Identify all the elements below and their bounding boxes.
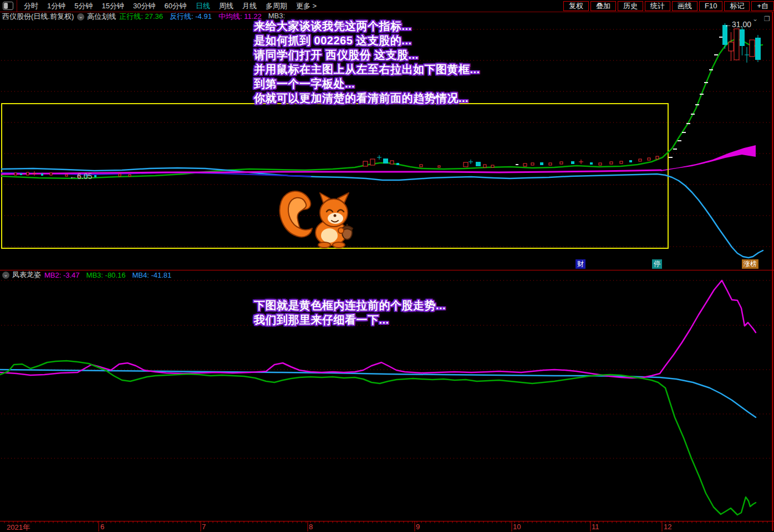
- period-tab[interactable]: 多周期: [261, 1, 292, 11]
- annotation-line: 你就可以更加清楚的看清前面的趋势情况...: [254, 91, 480, 105]
- toolbar-button[interactable]: 复权: [563, 1, 589, 11]
- status-badge[interactable]: 涨榜: [742, 259, 758, 269]
- sub-annotation-text: 下图就是黄色框内连拉前的个股走势...我们到那里来仔细看一下...: [254, 298, 446, 327]
- chevron-down-circle-icon[interactable]: ⌄: [2, 272, 9, 279]
- pane-collapse-chevron-icon[interactable]: ⌄: [752, 15, 758, 23]
- axis-month-label: 9: [416, 523, 420, 531]
- indicator-readout: MB3: -80.16: [86, 271, 126, 279]
- toolbar-button[interactable]: 统计: [645, 1, 670, 11]
- pane-window-icon[interactable]: ❐: [764, 15, 770, 23]
- time-axis[interactable]: 2021年 6789101112: [0, 521, 774, 532]
- axis-month-label: 10: [513, 523, 521, 531]
- toolbar-button[interactable]: 历史: [618, 1, 643, 11]
- sub-indicator-name[interactable]: 凤表龙姿: [12, 270, 41, 280]
- annotation-line: 下图就是黄色框内连拉前的个股走势...: [254, 298, 446, 313]
- axis-year-label: 2021年: [7, 523, 30, 532]
- toolbar-button[interactable]: 标记: [724, 1, 750, 11]
- axis-month-label: 11: [592, 523, 599, 531]
- axis-month-label: 8: [309, 523, 313, 531]
- toolbar-button[interactable]: 画线: [672, 1, 697, 11]
- toolbar-button[interactable]: +自: [751, 1, 774, 11]
- axis-month-label: 12: [664, 523, 671, 531]
- period-tab[interactable]: 日线: [191, 1, 215, 11]
- status-badge[interactable]: 财: [576, 259, 585, 269]
- annotation-line: 来给大家谈谈我凭这两个指标...: [254, 19, 480, 33]
- squirrel-image: [276, 184, 365, 252]
- period-tab[interactable]: 分时: [19, 1, 43, 11]
- annotation-line: 是如何抓到 002265 这支股的...: [254, 33, 480, 48]
- toolbar-buttons: 复权叠加历史统计画线F10标记+自: [562, 0, 774, 12]
- chevron-down-circle-icon[interactable]: ⌄: [77, 13, 84, 21]
- annotation-line: 到第一个一字板处...: [254, 76, 480, 91]
- price-label-high: ←31.00: [724, 20, 751, 29]
- period-tab[interactable]: 15分钟: [97, 1, 128, 11]
- main-pane-header: 西仪股份(日线.前复权) ⌄ 高位划线 正行线: 27.36反行线: -4.91…: [2, 13, 292, 21]
- annotation-line: 请同学们打开 西仪股份 这支股...: [254, 48, 480, 62]
- indicator-readout: MB4: -41.81: [132, 271, 171, 279]
- axis-month-label: 7: [202, 523, 206, 531]
- period-tab[interactable]: 周线: [215, 1, 238, 11]
- indicator-readout: 反行线: -4.91: [170, 12, 212, 22]
- trading-app-window: { "toolbar": { "periods": ["分时","1分钟","5…: [0, 0, 774, 532]
- period-tab[interactable]: 更多 >: [292, 1, 321, 11]
- period-tab[interactable]: 60分钟: [160, 1, 191, 11]
- axis-month-label: 6: [100, 523, 104, 531]
- status-badge[interactable]: 停: [652, 259, 662, 269]
- period-tab[interactable]: 1分钟: [43, 1, 70, 11]
- toolbar-separator: [17, 0, 17, 12]
- period-toolbar: 分时1分钟5分钟15分钟30分钟60分钟日线周线月线多周期更多 > 复权叠加历史…: [0, 0, 774, 12]
- toolbar-button[interactable]: F10: [699, 1, 722, 11]
- period-tab[interactable]: 月线: [238, 1, 261, 11]
- indicator-readout: 正行线: 27.36: [119, 12, 163, 22]
- main-annotation-text: 来给大家谈谈我凭这两个指标...是如何抓到 002265 这支股的...请同学们…: [254, 19, 480, 105]
- indicator-readout: MB2: -3.47: [44, 271, 80, 279]
- sub-pane-header: ⌄ 凤表龙姿 MB2: -3.47MB3: -80.16MB4: -41.81: [2, 271, 178, 279]
- layout-toggle-icon[interactable]: [3, 2, 13, 10]
- main-indicator-name[interactable]: 高位划线: [87, 12, 116, 22]
- annotation-line: 我们到那里来仔细看一下...: [254, 313, 446, 327]
- stock-title: 西仪股份(日线.前复权): [2, 12, 74, 22]
- period-tab[interactable]: 5分钟: [70, 1, 97, 11]
- toolbar-periods: 分时1分钟5分钟15分钟30分钟60分钟日线周线月线多周期更多 >: [19, 1, 321, 11]
- period-tab[interactable]: 30分钟: [129, 1, 160, 11]
- annotation-line: 并用鼠标在主图上从左至右拉出如下图黄框...: [254, 62, 480, 76]
- price-label-low: ←6.05: [69, 172, 92, 181]
- toolbar-button[interactable]: 叠加: [590, 1, 616, 11]
- sub-readouts: MB2: -3.47MB3: -80.16MB4: -41.81: [44, 271, 178, 279]
